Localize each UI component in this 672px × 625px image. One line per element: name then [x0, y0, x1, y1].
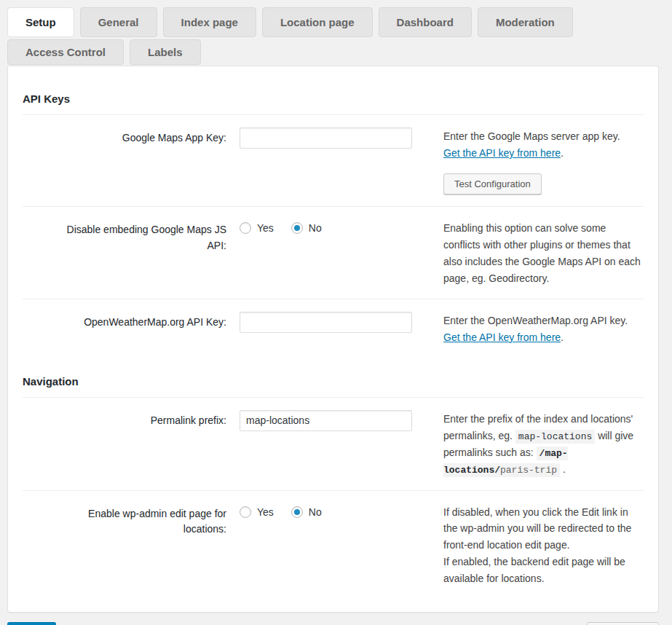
- row-permalink-prefix: Permalink prefix: Enter the prefix of th…: [23, 398, 644, 491]
- clear-cache-button[interactable]: Clear cache: [587, 622, 659, 625]
- tab-general[interactable]: General: [80, 7, 157, 37]
- link-suffix: .: [561, 147, 564, 159]
- tab-index-page[interactable]: Index page: [163, 7, 256, 37]
- description-text: If disabled, when you click the Edit lin…: [443, 504, 642, 554]
- field-label: Enable wp-admin edit page for locations:: [23, 503, 226, 588]
- radio-option-no[interactable]: No: [291, 506, 322, 518]
- field-label: Permalink prefix:: [23, 409, 226, 479]
- description-link-line: Get the API key from here.: [443, 329, 642, 346]
- tab-location-page[interactable]: Location page: [262, 7, 373, 37]
- tab-bar-row-1: Setup General Index page Location page D…: [7, 7, 659, 37]
- row-enable-wpadmin-edit: Enable wp-admin edit page for locations:…: [23, 491, 644, 600]
- footer-actions: Save Clear cache: [7, 622, 659, 625]
- description-text: .: [560, 463, 566, 475]
- code-regular-part: paris-trip: [500, 465, 557, 476]
- tab-access-control[interactable]: Access Control: [7, 39, 124, 65]
- field-description: Enter the prefix of the index and locati…: [443, 409, 644, 479]
- section-heading-navigation: Navigation: [23, 375, 644, 398]
- tab-labels[interactable]: Labels: [130, 39, 201, 65]
- test-configuration-button[interactable]: Test Configuration: [443, 173, 542, 194]
- settings-page: Setup General Index page Location page D…: [0, 0, 672, 625]
- field-label: OpenWeatherMap.org API Key:: [23, 311, 226, 346]
- radio-unchecked-icon[interactable]: [240, 222, 251, 234]
- tab-dashboard[interactable]: Dashboard: [379, 7, 472, 37]
- field-description: Enter the OpenWeatherMap.org API key. Ge…: [443, 311, 644, 346]
- openweathermap-api-key-input[interactable]: [240, 312, 412, 333]
- field-label: Google Maps App Key:: [23, 127, 226, 194]
- field-description: If disabled, when you click the Edit lin…: [443, 503, 644, 588]
- radio-label: Yes: [257, 222, 274, 234]
- description-link-line: Get the API key from here.: [443, 145, 642, 162]
- row-disable-embed-gmaps: Disable embeding Google Maps JS API: Yes…: [23, 207, 644, 299]
- tab-bar-row-2: Access Control Labels: [7, 39, 659, 65]
- description-text: Enter the OpenWeatherMap.org API key.: [443, 312, 642, 329]
- radio-checked-icon[interactable]: [291, 222, 303, 234]
- description-text: If enabled, the backend edit page will b…: [443, 554, 642, 587]
- google-maps-app-key-input[interactable]: [240, 127, 412, 149]
- section-heading-api-keys: API Keys: [23, 93, 644, 115]
- radio-label: No: [309, 506, 322, 518]
- row-openweathermap-key: OpenWeatherMap.org API Key: Enter the Op…: [23, 299, 644, 358]
- field-description: Enabling this option can solve some conf…: [443, 219, 644, 287]
- tab-moderation[interactable]: Moderation: [478, 7, 573, 37]
- radio-group-disable-embed: Yes No: [240, 219, 430, 234]
- settings-panel: API Keys Google Maps App Key: Enter the …: [7, 66, 659, 613]
- radio-option-yes[interactable]: Yes: [240, 506, 274, 518]
- radio-label: No: [309, 222, 322, 234]
- radio-unchecked-icon[interactable]: [240, 506, 251, 518]
- radio-option-yes[interactable]: Yes: [240, 222, 274, 234]
- radio-option-no[interactable]: No: [291, 222, 322, 234]
- save-button[interactable]: Save: [7, 622, 56, 625]
- radio-group-wpadmin-edit: Yes No: [240, 503, 430, 518]
- code-sample: map-locations: [515, 430, 595, 444]
- radio-checked-icon[interactable]: [291, 506, 303, 518]
- link-suffix: .: [561, 331, 564, 343]
- radio-label: Yes: [257, 506, 274, 518]
- get-api-key-link[interactable]: Get the API key from here: [443, 331, 561, 343]
- permalink-prefix-input[interactable]: [240, 410, 412, 431]
- get-api-key-link[interactable]: Get the API key from here: [443, 147, 561, 159]
- tab-setup[interactable]: Setup: [7, 7, 74, 37]
- field-label: Disable embeding Google Maps JS API:: [23, 219, 226, 287]
- description-text: Enter the Google Maps server app key.: [443, 128, 642, 145]
- row-google-maps-app-key: Google Maps App Key: Enter the Google Ma…: [23, 115, 644, 207]
- field-description: Enter the Google Maps server app key. Ge…: [443, 127, 644, 194]
